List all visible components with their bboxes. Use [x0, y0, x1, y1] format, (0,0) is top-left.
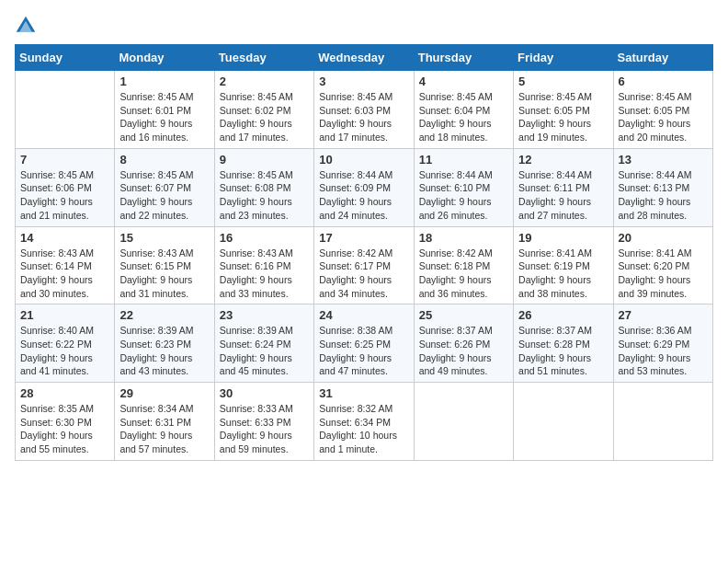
- day-number: 10: [319, 153, 408, 167]
- calendar-cell: 26Sunrise: 8:37 AMSunset: 6:28 PMDayligh…: [514, 304, 613, 383]
- day-info: Sunrise: 8:41 AMSunset: 6:19 PMDaylight:…: [518, 247, 608, 301]
- day-info: Sunrise: 8:44 AMSunset: 6:09 PMDaylight:…: [319, 168, 408, 223]
- day-number: 30: [220, 386, 309, 400]
- day-info: Sunrise: 8:45 AMSunset: 6:02 PMDaylight:…: [220, 90, 309, 144]
- day-number: 3: [319, 75, 408, 88]
- col-header-wednesday: Wednesday: [314, 45, 414, 71]
- day-info: Sunrise: 8:36 AMSunset: 6:29 PMDaylight:…: [619, 324, 708, 378]
- calendar-cell: 9Sunrise: 8:45 AMSunset: 6:08 PMDaylight…: [214, 148, 313, 226]
- calendar-table: SundayMondayTuesdayWednesdayThursdayFrid…: [15, 44, 713, 461]
- calendar-cell: 12Sunrise: 8:44 AMSunset: 6:11 PMDayligh…: [514, 148, 613, 226]
- calendar-cell: [414, 383, 513, 461]
- day-info: Sunrise: 8:45 AMSunset: 6:03 PMDaylight:…: [319, 90, 408, 144]
- calendar-cell: 29Sunrise: 8:34 AMSunset: 6:31 PMDayligh…: [115, 383, 214, 461]
- calendar-cell: 4Sunrise: 8:45 AMSunset: 6:04 PMDaylight…: [414, 71, 513, 149]
- day-number: 5: [518, 75, 608, 88]
- calendar-cell: 17Sunrise: 8:42 AMSunset: 6:17 PMDayligh…: [314, 226, 414, 304]
- calendar-cell: 8Sunrise: 8:45 AMSunset: 6:07 PMDaylight…: [115, 148, 214, 226]
- day-info: Sunrise: 8:39 AMSunset: 6:24 PMDaylight:…: [220, 324, 309, 378]
- day-number: 16: [220, 231, 309, 245]
- day-info: Sunrise: 8:38 AMSunset: 6:25 PMDaylight:…: [319, 324, 408, 378]
- day-info: Sunrise: 8:40 AMSunset: 6:22 PMDaylight:…: [20, 324, 109, 378]
- calendar-cell: 28Sunrise: 8:35 AMSunset: 6:30 PMDayligh…: [16, 383, 115, 461]
- day-info: Sunrise: 8:45 AMSunset: 6:05 PMDaylight:…: [619, 90, 708, 144]
- day-number: 18: [419, 231, 508, 245]
- day-number: 23: [220, 308, 309, 322]
- day-number: 27: [619, 308, 708, 322]
- day-number: 7: [20, 153, 109, 167]
- day-number: 24: [319, 308, 408, 322]
- day-number: 13: [619, 153, 708, 167]
- calendar-cell: 14Sunrise: 8:43 AMSunset: 6:14 PMDayligh…: [16, 226, 115, 304]
- calendar-cell: 19Sunrise: 8:41 AMSunset: 6:19 PMDayligh…: [514, 226, 613, 304]
- calendar-cell: 1Sunrise: 8:45 AMSunset: 6:01 PMDaylight…: [115, 71, 214, 149]
- day-info: Sunrise: 8:42 AMSunset: 6:17 PMDaylight:…: [319, 247, 408, 301]
- day-number: 4: [419, 75, 508, 88]
- day-number: 9: [220, 153, 309, 167]
- calendar-cell: 22Sunrise: 8:39 AMSunset: 6:23 PMDayligh…: [115, 304, 214, 383]
- day-number: 20: [619, 231, 708, 245]
- calendar-cell: 30Sunrise: 8:33 AMSunset: 6:33 PMDayligh…: [214, 383, 313, 461]
- calendar-cell: 3Sunrise: 8:45 AMSunset: 6:03 PMDaylight…: [314, 71, 414, 149]
- day-number: 8: [119, 153, 209, 167]
- day-info: Sunrise: 8:37 AMSunset: 6:26 PMDaylight:…: [419, 324, 508, 378]
- day-number: 25: [419, 308, 508, 322]
- col-header-saturday: Saturday: [613, 45, 712, 71]
- day-info: Sunrise: 8:45 AMSunset: 6:08 PMDaylight:…: [220, 168, 309, 223]
- calendar-cell: 20Sunrise: 8:41 AMSunset: 6:20 PMDayligh…: [613, 226, 712, 304]
- calendar-cell: 2Sunrise: 8:45 AMSunset: 6:02 PMDaylight…: [214, 71, 313, 149]
- day-info: Sunrise: 8:44 AMSunset: 6:11 PMDaylight:…: [518, 168, 608, 223]
- day-info: Sunrise: 8:35 AMSunset: 6:30 PMDaylight:…: [20, 402, 109, 456]
- calendar-cell: 11Sunrise: 8:44 AMSunset: 6:10 PMDayligh…: [414, 148, 513, 226]
- calendar-cell: 15Sunrise: 8:43 AMSunset: 6:15 PMDayligh…: [115, 226, 214, 304]
- calendar-cell: 6Sunrise: 8:45 AMSunset: 6:05 PMDaylight…: [613, 71, 712, 149]
- col-header-tuesday: Tuesday: [214, 45, 313, 71]
- calendar-cell: 24Sunrise: 8:38 AMSunset: 6:25 PMDayligh…: [314, 304, 414, 383]
- calendar-cell: 18Sunrise: 8:42 AMSunset: 6:18 PMDayligh…: [414, 226, 513, 304]
- day-number: 2: [220, 75, 309, 88]
- day-number: 19: [518, 231, 608, 245]
- day-number: 26: [518, 308, 608, 322]
- day-info: Sunrise: 8:45 AMSunset: 6:07 PMDaylight:…: [119, 168, 209, 223]
- calendar-cell: 25Sunrise: 8:37 AMSunset: 6:26 PMDayligh…: [414, 304, 513, 383]
- day-number: 1: [119, 75, 209, 88]
- calendar-cell: 16Sunrise: 8:43 AMSunset: 6:16 PMDayligh…: [214, 226, 313, 304]
- day-info: Sunrise: 8:33 AMSunset: 6:33 PMDaylight:…: [220, 402, 309, 456]
- logo-icon: [15, 15, 37, 37]
- col-header-thursday: Thursday: [414, 45, 513, 71]
- col-header-monday: Monday: [115, 45, 214, 71]
- calendar-cell: [514, 383, 613, 461]
- day-number: 17: [319, 231, 408, 245]
- day-number: 29: [119, 386, 209, 400]
- day-info: Sunrise: 8:43 AMSunset: 6:14 PMDaylight:…: [20, 247, 109, 301]
- day-info: Sunrise: 8:32 AMSunset: 6:34 PMDaylight:…: [319, 402, 408, 456]
- calendar-cell: 7Sunrise: 8:45 AMSunset: 6:06 PMDaylight…: [16, 148, 115, 226]
- col-header-friday: Friday: [514, 45, 613, 71]
- day-number: 12: [518, 153, 608, 167]
- day-info: Sunrise: 8:43 AMSunset: 6:16 PMDaylight:…: [220, 247, 309, 301]
- day-info: Sunrise: 8:34 AMSunset: 6:31 PMDaylight:…: [119, 402, 209, 456]
- calendar-cell: 5Sunrise: 8:45 AMSunset: 6:05 PMDaylight…: [514, 71, 613, 149]
- day-info: Sunrise: 8:39 AMSunset: 6:23 PMDaylight:…: [119, 324, 209, 378]
- day-info: Sunrise: 8:45 AMSunset: 6:06 PMDaylight:…: [20, 168, 109, 223]
- day-info: Sunrise: 8:45 AMSunset: 6:05 PMDaylight:…: [518, 90, 608, 144]
- day-number: 11: [419, 153, 508, 167]
- calendar-cell: 31Sunrise: 8:32 AMSunset: 6:34 PMDayligh…: [314, 383, 414, 461]
- day-number: 6: [619, 75, 708, 88]
- day-number: 14: [20, 231, 109, 245]
- day-info: Sunrise: 8:37 AMSunset: 6:28 PMDaylight:…: [518, 324, 608, 378]
- calendar-cell: 10Sunrise: 8:44 AMSunset: 6:09 PMDayligh…: [314, 148, 414, 226]
- day-info: Sunrise: 8:45 AMSunset: 6:01 PMDaylight:…: [119, 90, 209, 144]
- day-number: 15: [119, 231, 209, 245]
- day-number: 22: [119, 308, 209, 322]
- calendar-cell: [16, 71, 115, 149]
- day-info: Sunrise: 8:45 AMSunset: 6:04 PMDaylight:…: [419, 90, 508, 144]
- col-header-sunday: Sunday: [16, 45, 115, 71]
- page-header: [15, 15, 713, 37]
- calendar-cell: [613, 383, 712, 461]
- day-info: Sunrise: 8:44 AMSunset: 6:13 PMDaylight:…: [619, 168, 708, 223]
- logo: [15, 15, 40, 37]
- day-number: 21: [20, 308, 109, 322]
- day-info: Sunrise: 8:44 AMSunset: 6:10 PMDaylight:…: [419, 168, 508, 223]
- day-info: Sunrise: 8:41 AMSunset: 6:20 PMDaylight:…: [619, 247, 708, 301]
